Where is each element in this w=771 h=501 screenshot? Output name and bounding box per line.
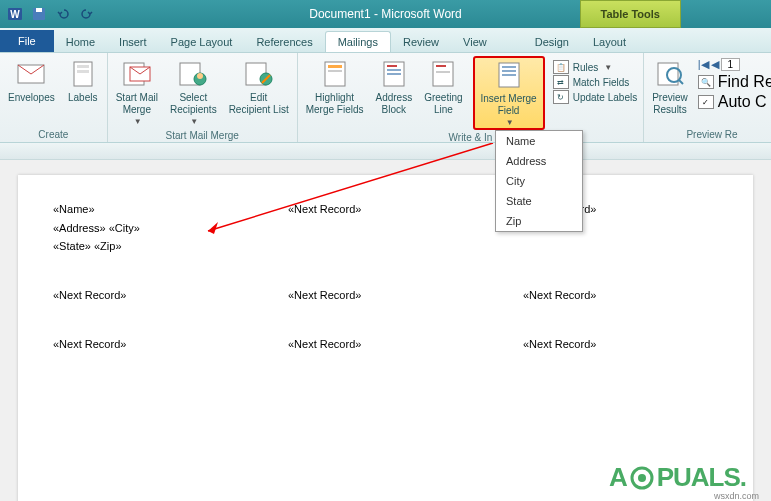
envelopes-label: Envelopes <box>8 92 55 104</box>
svg-text:W: W <box>10 9 20 20</box>
save-icon[interactable] <box>28 4 50 24</box>
greeting-icon <box>427 58 459 90</box>
window-title: Document1 - Microsoft Word <box>309 7 462 21</box>
rules-button[interactable]: 📋Rules▼ <box>553 60 638 74</box>
group-create-label: Create <box>6 127 101 140</box>
label-cell[interactable]: «Next Record» <box>288 286 483 305</box>
ruler[interactable] <box>0 143 771 160</box>
dropdown-item-zip[interactable]: Zip <box>496 211 582 231</box>
address-block-icon <box>378 58 410 90</box>
nav-first-icon[interactable]: |◀ <box>698 58 709 71</box>
label-cell[interactable]: «Next Record» <box>53 286 248 305</box>
highlight-fields-label: Highlight Merge Fields <box>306 92 364 115</box>
gear-icon <box>629 465 655 491</box>
tab-file[interactable]: File <box>0 30 54 52</box>
next-record-field: «Next Record» <box>53 289 126 301</box>
dropdown-item-name[interactable]: Name <box>496 131 582 151</box>
update-labels-label: Update Labels <box>573 92 638 103</box>
svg-rect-24 <box>436 71 450 73</box>
tab-insert[interactable]: Insert <box>107 32 159 52</box>
tab-mailings[interactable]: Mailings <box>325 31 391 52</box>
find-recipient-button[interactable]: 🔍Find Re <box>698 73 771 91</box>
greeting-line-button[interactable]: Greeting Line <box>422 56 464 117</box>
group-start-mail-merge: Start Mail Merge▼ Select Recipients▼ Edi… <box>108 53 298 142</box>
group-preview: Preview Results |◀ ◀ 1 🔍Find Re ✓Auto C … <box>644 53 771 142</box>
greeting-line-label: Greeting Line <box>424 92 462 115</box>
svg-point-34 <box>638 474 646 482</box>
next-record-field: «Next Record» <box>53 338 126 350</box>
match-icon: ⇄ <box>553 75 569 89</box>
edit-list-icon <box>243 58 275 90</box>
highlight-fields-button[interactable]: Highlight Merge Fields <box>304 56 366 117</box>
match-fields-button[interactable]: ⇄Match Fields <box>553 75 638 89</box>
merge-field-zip: «Zip» <box>94 240 122 252</box>
update-labels-button[interactable]: ↻Update Labels <box>553 90 638 104</box>
label-cell[interactable]: «Next Record» <box>53 335 248 354</box>
address-block-button[interactable]: Address Block <box>373 56 414 117</box>
find-icon: 🔍 <box>698 75 714 89</box>
tab-references[interactable]: References <box>244 32 324 52</box>
ribbon-tabs: File Home Insert Page Layout References … <box>0 28 771 53</box>
label-cell[interactable]: «Name» «Address» «City» «State» «Zip» <box>53 200 248 256</box>
merge-field-name: «Name» <box>53 203 95 215</box>
tab-view[interactable]: View <box>451 32 499 52</box>
merge-field-state: «State» <box>53 240 91 252</box>
page[interactable]: «Name» «Address» «City» «State» «Zip» «N… <box>18 175 753 501</box>
svg-rect-20 <box>387 69 401 71</box>
start-mail-merge-button[interactable]: Start Mail Merge▼ <box>114 56 160 128</box>
group-start-label: Start Mail Merge <box>114 128 291 141</box>
labels-button[interactable]: Labels <box>65 56 101 106</box>
rules-label: Rules <box>573 62 599 73</box>
undo-icon[interactable] <box>52 4 74 24</box>
record-nav: |◀ ◀ 1 <box>698 58 771 71</box>
label-cell[interactable]: «Next Record» <box>288 200 483 256</box>
svg-rect-7 <box>77 70 89 73</box>
next-record-field: «Next Record» <box>523 338 596 350</box>
watermark-a: A <box>609 462 627 493</box>
select-recipients-button[interactable]: Select Recipients▼ <box>168 56 219 128</box>
insert-field-icon <box>493 59 525 91</box>
find-recipient-label: Find Re <box>718 73 771 91</box>
tab-layout[interactable]: Layout <box>581 32 638 52</box>
word-icon[interactable]: W <box>4 4 26 24</box>
insert-merge-field-dropdown: Name Address City State Zip <box>495 130 583 232</box>
envelope-icon <box>15 58 47 90</box>
nav-prev-icon[interactable]: ◀ <box>711 58 719 71</box>
svg-rect-16 <box>328 65 342 68</box>
document-area: «Name» «Address» «City» «State» «Zip» «N… <box>0 160 771 501</box>
group-preview-label: Preview Re <box>650 127 771 140</box>
next-record-field: «Next Record» <box>288 289 361 301</box>
tab-review[interactable]: Review <box>391 32 451 52</box>
dropdown-item-city[interactable]: City <box>496 171 582 191</box>
envelopes-button[interactable]: Envelopes <box>6 56 57 106</box>
svg-rect-21 <box>387 73 401 75</box>
label-cell[interactable]: «Next Record» <box>288 335 483 354</box>
auto-check-button[interactable]: ✓Auto C <box>698 93 771 111</box>
edit-recipient-list-label: Edit Recipient List <box>229 92 289 115</box>
group-create: Envelopes Labels Create <box>0 53 108 142</box>
select-recipients-label: Select Recipients <box>170 92 217 115</box>
labels-icon <box>67 58 99 90</box>
label-cell[interactable]: «Next Record» <box>523 335 718 354</box>
redo-icon[interactable] <box>76 4 98 24</box>
next-record-field: «Next Record» <box>288 203 361 215</box>
preview-results-button[interactable]: Preview Results <box>650 56 690 117</box>
svg-rect-27 <box>502 70 516 72</box>
start-mail-merge-label: Start Mail Merge <box>116 92 158 115</box>
tab-home[interactable]: Home <box>54 32 107 52</box>
label-cell[interactable]: «Next Record» <box>523 286 718 305</box>
dropdown-item-address[interactable]: Address <box>496 151 582 171</box>
insert-merge-field-button[interactable]: Insert Merge Field▼ <box>473 56 545 130</box>
tab-page-layout[interactable]: Page Layout <box>159 32 245 52</box>
chevron-down-icon: ▼ <box>506 118 514 127</box>
edit-recipient-list-button[interactable]: Edit Recipient List <box>227 56 291 117</box>
svg-rect-19 <box>387 65 397 67</box>
watermark: A PUALS. <box>609 462 746 493</box>
dropdown-item-state[interactable]: State <box>496 191 582 211</box>
svg-rect-26 <box>502 66 516 68</box>
record-number[interactable]: 1 <box>721 58 741 71</box>
watermark-puals: PUALS. <box>657 462 746 493</box>
source-attribution: wsxdn.com <box>714 491 759 501</box>
preview-results-label: Preview Results <box>652 92 688 115</box>
tab-design[interactable]: Design <box>523 32 581 52</box>
